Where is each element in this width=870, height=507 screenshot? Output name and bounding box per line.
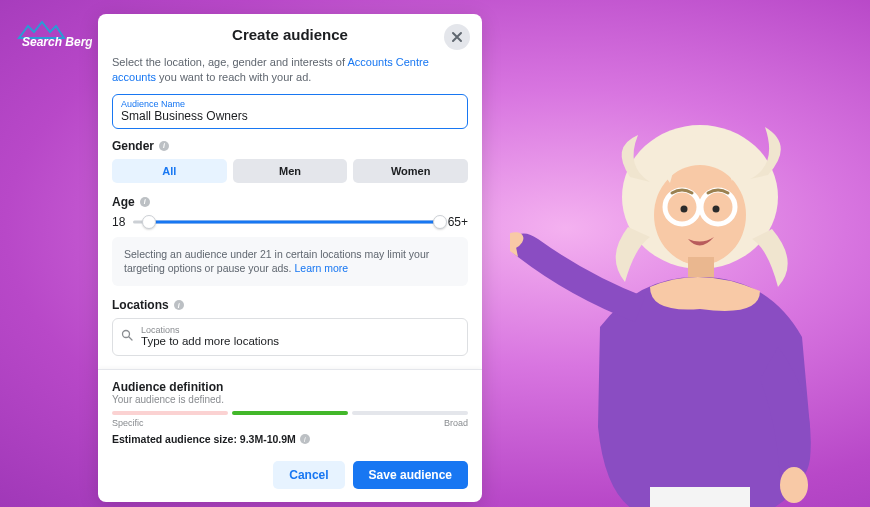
age-label: Age i xyxy=(112,195,468,209)
age-warning-note: Selecting an audience under 21 in certai… xyxy=(112,237,468,286)
search-icon xyxy=(121,329,133,343)
dialog-body: Select the location, age, gender and int… xyxy=(98,53,482,369)
svg-text:Search Berg: Search Berg xyxy=(22,35,92,49)
meter-segment xyxy=(112,411,228,415)
close-button[interactable] xyxy=(444,24,470,50)
meter-segment xyxy=(352,411,468,415)
meter-labels: Specific Broad xyxy=(112,418,468,428)
audience-meter xyxy=(112,411,468,415)
meter-label-specific: Specific xyxy=(112,418,144,428)
svg-rect-13 xyxy=(650,487,750,507)
audience-name-value: Small Business Owners xyxy=(121,109,459,123)
locations-placeholder: Type to add more locations xyxy=(141,335,279,347)
gender-option-men[interactable]: Men xyxy=(233,159,348,183)
gender-segmented: All Men Women xyxy=(112,159,468,183)
meter-label-broad: Broad xyxy=(444,418,468,428)
save-audience-button[interactable]: Save audience xyxy=(353,461,468,489)
age-max: 65+ xyxy=(448,215,468,229)
info-icon[interactable]: i xyxy=(159,141,169,151)
cancel-button[interactable]: Cancel xyxy=(273,461,344,489)
locations-input[interactable]: Locations Type to add more locations xyxy=(112,318,468,356)
age-slider-handle-max[interactable] xyxy=(433,215,447,229)
svg-point-9 xyxy=(713,206,720,213)
audience-name-input[interactable]: Audience Name Small Business Owners xyxy=(112,94,468,129)
svg-line-2 xyxy=(129,337,132,340)
create-audience-dialog: Create audience Select the location, age… xyxy=(98,14,482,502)
gender-option-all[interactable]: All xyxy=(112,159,227,183)
age-slider-handle-min[interactable] xyxy=(142,215,156,229)
definition-subtitle: Your audience is defined. xyxy=(112,394,468,405)
dialog-footer: Cancel Save audience xyxy=(98,451,482,502)
gender-label: Gender i xyxy=(112,139,468,153)
age-slider[interactable] xyxy=(133,215,439,229)
locations-field-label: Locations xyxy=(141,325,279,335)
woman-pointing-illustration xyxy=(510,87,840,507)
learn-more-link[interactable]: Learn more xyxy=(294,262,348,274)
brand-logo: Search Berg xyxy=(14,20,92,50)
meter-segment xyxy=(232,411,348,415)
info-icon[interactable]: i xyxy=(300,434,310,444)
locations-label: Locations i xyxy=(112,298,468,312)
close-icon xyxy=(451,31,463,43)
svg-rect-10 xyxy=(688,257,714,279)
svg-point-12 xyxy=(780,467,808,503)
dialog-title: Create audience xyxy=(232,26,348,43)
audience-name-label: Audience Name xyxy=(121,99,459,109)
estimated-size: Estimated audience size: 9.3M-10.9M i xyxy=(112,433,468,445)
dialog-header: Create audience xyxy=(98,14,482,53)
intro-text: Select the location, age, gender and int… xyxy=(112,55,468,86)
age-range-row: 18 65+ xyxy=(112,215,468,229)
age-min: 18 xyxy=(112,215,125,229)
info-icon[interactable]: i xyxy=(174,300,184,310)
audience-definition-section: Audience definition Your audience is def… xyxy=(98,369,482,451)
svg-point-8 xyxy=(681,206,688,213)
info-icon[interactable]: i xyxy=(140,197,150,207)
definition-title: Audience definition xyxy=(112,380,468,394)
gender-option-women[interactable]: Women xyxy=(353,159,468,183)
svg-point-1 xyxy=(123,331,130,338)
